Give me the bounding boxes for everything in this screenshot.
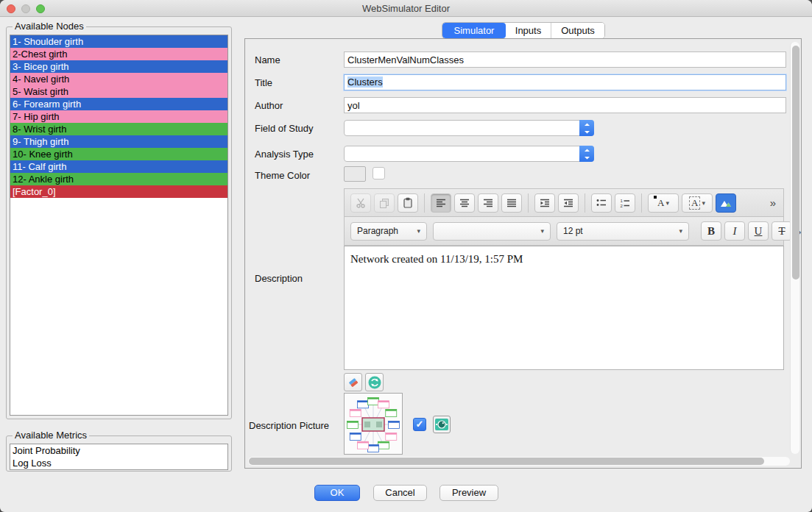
field-of-study-combobox[interactable] — [344, 120, 594, 136]
title-label: Title — [255, 77, 272, 88]
align-justify-button[interactable] — [501, 193, 522, 213]
underline-button[interactable]: U — [748, 221, 769, 241]
vertical-scrollbar-thumb[interactable] — [792, 46, 799, 280]
available-metrics-list[interactable]: Joint ProbabilityLog Loss — [10, 444, 228, 470]
name-input[interactable] — [344, 51, 786, 68]
available-nodes-title: Available Nodes — [13, 21, 86, 32]
node-item[interactable]: 8- Wrist girth — [10, 123, 227, 135]
indent-button[interactable] — [558, 193, 579, 213]
toolbar-separator — [585, 193, 585, 213]
node-item[interactable]: 11- Calf girth — [10, 160, 227, 173]
cut-button[interactable] — [350, 193, 371, 213]
svg-text:2: 2 — [621, 203, 624, 207]
align-right-button[interactable] — [478, 193, 498, 213]
editor-tabbar: Simulator Inputs Outputs — [442, 22, 605, 39]
description-label: Description — [255, 273, 303, 284]
tab-inputs[interactable]: Inputs — [506, 23, 551, 38]
preview-button[interactable]: Preview — [439, 485, 498, 501]
title-bar: WebSimulator Editor — [0, 0, 812, 17]
editor-toolbar-row2: Paragraph ▾ ▾ 12 pt ▾ B I U T — [344, 217, 784, 246]
title-input[interactable]: Clusters — [344, 74, 786, 90]
toolbar-separator — [424, 193, 425, 213]
vertical-scrollbar[interactable] — [790, 42, 799, 454]
eraser-icon — [347, 377, 359, 388]
editor-toolbar-row1: 12 A ▾ A ▾ » — [344, 188, 784, 217]
websimulator-editor-window: WebSimulator Editor Available Nodes 1- S… — [0, 0, 812, 512]
caret-down-icon: ▾ — [417, 227, 420, 235]
node-item[interactable]: 10- Knee girth — [10, 148, 227, 160]
toolbar-overflow-button[interactable]: » — [770, 196, 777, 209]
refresh-icon — [368, 376, 381, 389]
align-center-button[interactable] — [454, 193, 475, 213]
tab-simulator[interactable]: Simulator — [442, 23, 506, 38]
node-item[interactable]: 1- Shoulder girth — [10, 35, 227, 48]
clear-description-button[interactable] — [344, 373, 362, 391]
font-family-select[interactable]: ▾ — [433, 222, 551, 241]
camera-icon — [435, 419, 448, 430]
node-item[interactable]: 5- Waist girth — [10, 85, 227, 98]
simulator-panel: Name Title Clusters Author Field of Stud… — [244, 38, 802, 469]
theme-color-swatch-button[interactable] — [344, 166, 366, 182]
node-item[interactable]: 9- Thigh girth — [10, 135, 227, 148]
italic-button[interactable]: I — [724, 221, 745, 241]
horizontal-scrollbar-thumb[interactable] — [249, 458, 764, 465]
capture-picture-button[interactable] — [433, 416, 451, 433]
insert-image-button[interactable] — [716, 193, 736, 213]
combobox-stepper-icon[interactable] — [579, 120, 594, 136]
field-of-study-label: Field of Study — [255, 123, 314, 134]
available-nodes-group: Available Nodes 1- Shoulder girth2-Chest… — [6, 26, 232, 419]
bold-button[interactable]: B — [701, 221, 721, 241]
align-left-button[interactable] — [431, 193, 451, 213]
metric-item[interactable]: Log Loss — [10, 457, 227, 469]
available-nodes-list[interactable]: 1- Shoulder girth2-Chest girth3- Bicep g… — [10, 35, 228, 416]
tab-outputs[interactable]: Outputs — [551, 23, 604, 38]
font-size-select[interactable]: 12 pt ▾ — [557, 222, 689, 241]
caret-down-icon: ▾ — [666, 199, 669, 207]
paragraph-style-select[interactable]: Paragraph ▾ — [350, 222, 427, 241]
metric-item[interactable]: Joint Probability — [10, 444, 227, 457]
available-metrics-title: Available Metrics — [13, 430, 89, 441]
highlight-color-button[interactable]: A ▾ — [682, 193, 713, 213]
theme-color-label: Theme Color — [255, 170, 310, 181]
numbered-list-button[interactable]: 12 — [615, 193, 635, 213]
node-item[interactable]: 12- Ankle girth — [10, 173, 227, 185]
author-input[interactable] — [344, 97, 786, 113]
node-item[interactable]: 4- Navel girth — [10, 73, 227, 85]
description-editor[interactable]: Network created on 11/13/19, 1:57 PM — [344, 246, 784, 370]
toolbar-separator — [528, 193, 529, 213]
combobox-stepper-icon[interactable] — [579, 146, 594, 162]
node-item[interactable]: 6- Forearm girth — [10, 98, 227, 110]
font-color-button[interactable]: A ▾ — [648, 193, 679, 213]
node-item[interactable]: 3- Bicep girth — [10, 60, 227, 73]
network-diagram-icon — [345, 394, 402, 454]
node-item[interactable]: 7- Hip girth — [10, 110, 227, 123]
refresh-description-button[interactable] — [365, 373, 384, 391]
analysis-type-label: Analysis Type — [255, 149, 314, 160]
strikethrough-button[interactable]: T — [772, 221, 792, 241]
bullet-list-button[interactable] — [591, 193, 612, 213]
toolbar-separator — [641, 193, 642, 213]
paste-button[interactable] — [398, 193, 418, 213]
node-item[interactable]: [Factor_0] — [10, 185, 227, 198]
cancel-button[interactable]: Cancel — [373, 485, 427, 501]
description-text: Network created on 11/13/19, 1:57 PM — [350, 253, 523, 265]
caret-down-icon: ▾ — [679, 227, 682, 235]
copy-button[interactable] — [374, 193, 395, 213]
horizontal-scrollbar[interactable] — [248, 457, 790, 466]
node-item[interactable]: 2-Chest girth — [10, 48, 227, 60]
title-selected-text: Clusters — [347, 77, 383, 88]
author-label: Author — [255, 100, 283, 111]
theme-color-checkbox[interactable] — [373, 167, 385, 179]
svg-text:1: 1 — [621, 199, 624, 203]
outdent-button[interactable] — [534, 193, 555, 213]
window-title: WebSimulator Editor — [0, 0, 812, 17]
description-picture-label: Description Picture — [249, 420, 329, 431]
caret-down-icon: ▾ — [702, 199, 705, 207]
name-label: Name — [255, 54, 280, 65]
analysis-type-combobox[interactable] — [344, 146, 594, 162]
include-picture-checkbox[interactable]: ✓ — [413, 418, 426, 431]
ok-button[interactable]: OK — [314, 485, 360, 501]
description-picture-thumbnail — [344, 393, 403, 455]
available-metrics-group: Available Metrics Joint ProbabilityLog L… — [6, 435, 232, 472]
caret-down-icon: ▾ — [540, 227, 544, 235]
